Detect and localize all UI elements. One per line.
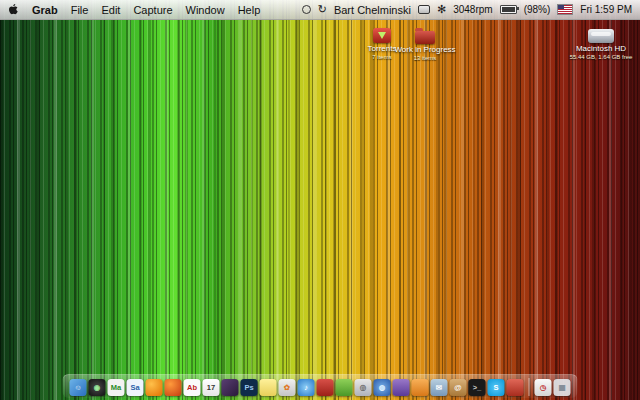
user-menu[interactable]: Bart Chelminski (334, 4, 411, 16)
menu-edit[interactable]: Edit (101, 4, 120, 16)
dock-mail[interactable]: ✉ (431, 379, 448, 396)
sync-icon: ↻ (318, 4, 327, 15)
gauge-icon (302, 5, 311, 14)
dock-stickies-icon[interactable] (260, 379, 277, 396)
work-in-progress-folder-icon (415, 31, 435, 44)
dock-app-ma[interactable]: Ma (108, 379, 125, 396)
dock: ☺◉MaSaAb17Ps✿♪◎◍✉@>_S ◷▦ (63, 374, 578, 398)
dock-orange-sphere-icon[interactable] (146, 379, 163, 396)
dock-dashboard[interactable]: ◉ (89, 379, 106, 396)
desktop-icon-label: Macintosh HD (576, 44, 626, 53)
gauge-menu-icon[interactable] (302, 5, 311, 14)
dock-divider (529, 378, 530, 396)
apple-icon (8, 3, 19, 16)
desktop-icon-sublabel: 13 items (414, 55, 437, 62)
menu-window[interactable]: Window (186, 4, 225, 16)
dock-dark-purple-app-icon[interactable] (222, 379, 239, 396)
dock-iphoto[interactable]: ✿ (279, 379, 296, 396)
battery-icon (500, 5, 517, 14)
dock-purple-app-icon[interactable] (393, 379, 410, 396)
desktop-icon-label: Work in Progress (394, 45, 455, 54)
app-menu-grab[interactable]: Grab (32, 4, 58, 16)
dock-itunes[interactable]: ♪ (298, 379, 315, 396)
menu-file[interactable]: File (71, 4, 89, 16)
apple-menu[interactable] (8, 3, 19, 16)
dock-green-app-icon[interactable] (336, 379, 353, 396)
dock-terminal[interactable]: >_ (469, 379, 486, 396)
battery-percent-text[interactable]: (98%) (524, 4, 551, 15)
dock-orange-app-icon[interactable] (412, 379, 429, 396)
battery-menu-icon[interactable] (500, 5, 517, 14)
dock-end-items: ◷▦ (535, 379, 571, 396)
dock-skype[interactable]: S (488, 379, 505, 396)
clock[interactable]: Fri 1:59 PM (580, 4, 632, 15)
dock-alarm-clock[interactable]: ◷ (535, 379, 552, 396)
menu-bar-left: Grab FileEditCaptureWindowHelp (8, 3, 260, 16)
menu-bar-status: ↻ Bart Chelminski ✻ 3048rpm (98%) Fri 1:… (302, 4, 632, 16)
menu-help[interactable]: Help (238, 4, 261, 16)
dock-firefox-icon[interactable] (165, 379, 182, 396)
us-flag-icon (557, 4, 573, 15)
dock-red-app-icon[interactable] (507, 379, 524, 396)
menu-items: FileEditCaptureWindowHelp (71, 4, 261, 16)
display-icon (418, 5, 430, 14)
dock-apps: ☺◉MaSaAb17Ps✿♪◎◍✉@>_S (70, 379, 524, 396)
fan-speed-text[interactable]: 3048rpm (453, 4, 492, 15)
desktop-background[interactable]: Grab FileEditCaptureWindowHelp ↻ Bart Ch… (0, 0, 640, 400)
menu-bar: Grab FileEditCaptureWindowHelp ↻ Bart Ch… (0, 0, 640, 20)
dock-dvd-player[interactable]: ◎ (355, 379, 372, 396)
desktop-icon-macintosh-hd[interactable]: Macintosh HD 55.44 GB, 1.64 GB free (563, 26, 639, 61)
dock-address-book[interactable]: @ (450, 379, 467, 396)
dock-app-sa[interactable]: Sa (127, 379, 144, 396)
macintosh-hd-icon (588, 29, 614, 43)
dock-ical[interactable]: 17 (203, 379, 220, 396)
dock-app-ab[interactable]: Ab (184, 379, 201, 396)
dock-trash[interactable]: ▦ (554, 379, 571, 396)
sync-menu-icon[interactable]: ↻ (318, 4, 327, 15)
desktop-icon-sublabel: 7 items (372, 54, 391, 61)
menu-capture[interactable]: Capture (133, 4, 172, 16)
desktop-icon-work-in-progress[interactable]: Work in Progress 13 items (392, 28, 458, 62)
desktop-icon-sublabel: 55.44 GB, 1.64 GB free (570, 54, 633, 61)
fan-icon: ✻ (437, 4, 446, 15)
displays-menu-icon[interactable] (418, 5, 430, 14)
dock-photoshop[interactable]: Ps (241, 379, 258, 396)
dock-globe-app[interactable]: ◍ (374, 379, 391, 396)
input-language-menu[interactable] (557, 4, 573, 15)
torrents-folder-icon (373, 28, 391, 43)
dock-red-book-app-icon[interactable] (317, 379, 334, 396)
fan-menu-icon[interactable]: ✻ (437, 4, 446, 15)
dock-finder[interactable]: ☺ (70, 379, 87, 396)
